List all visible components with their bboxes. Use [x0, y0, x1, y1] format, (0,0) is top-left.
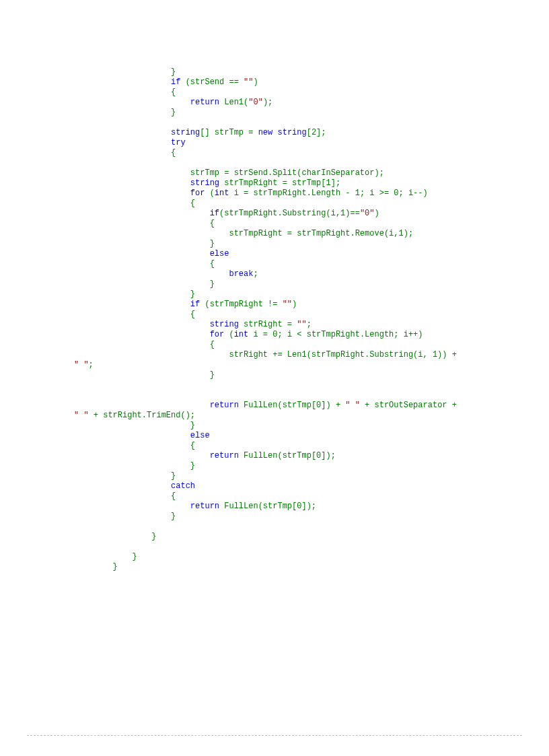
- code-token: {: [171, 148, 176, 158]
- code-line: for (int i = 0; i < strTmpRight.Length; …: [74, 330, 549, 340]
- code-line: return FullLen(strTmp[0]);: [74, 502, 549, 512]
- code-line: }: [74, 279, 549, 289]
- code-line: }: [74, 370, 549, 380]
- code-token: "0": [248, 98, 263, 107]
- code-line: [74, 380, 549, 390]
- code-page: } if (strSend == "") { return Len1("0");…: [0, 0, 549, 572]
- code-token: string: [277, 128, 306, 137]
- code-line: [74, 158, 549, 168]
- code-token: FullLen(strTmp[0]) +: [239, 401, 345, 410]
- code-line: }: [74, 67, 549, 77]
- code-line: [74, 118, 549, 128]
- code-token: return: [210, 401, 239, 410]
- code-token: }: [171, 108, 176, 117]
- code-token: ;: [307, 320, 312, 329]
- code-token: return: [190, 98, 219, 107]
- code-token: strTmpRight = strTmp[1];: [219, 178, 340, 188]
- code-line: }: [74, 421, 549, 431]
- code-line: {: [74, 441, 549, 451]
- code-token: "": [297, 320, 306, 329]
- code-token: if: [210, 209, 219, 218]
- code-line: {: [74, 219, 549, 229]
- code-line: try: [74, 138, 549, 148]
- code-token: " ": [345, 401, 360, 410]
- code-token: {: [210, 340, 215, 349]
- code-token: }: [151, 532, 156, 541]
- code-token: strRight =: [239, 320, 297, 329]
- code-line: strRight += Len1(strTmpRight.Substring(i…: [74, 350, 549, 360]
- code-line: [74, 542, 549, 552]
- code-token: ): [375, 209, 379, 218]
- code-line: for (int i = strTmpRight.Length - 1; i >…: [74, 188, 549, 199]
- code-token: if: [190, 300, 200, 309]
- code-token: }: [210, 370, 215, 380]
- code-token: ;: [253, 269, 258, 279]
- code-line: string strRight = "";: [74, 320, 549, 330]
- code-token: catch: [171, 481, 195, 491]
- code-token: return: [190, 502, 219, 511]
- code-line: {: [74, 88, 549, 98]
- code-token: {: [190, 199, 195, 208]
- code-token: for: [190, 188, 205, 198]
- code-token: }: [210, 279, 215, 289]
- code-token: }: [210, 239, 215, 248]
- code-line: else: [74, 431, 549, 441]
- code-token: string: [171, 128, 200, 137]
- code-token: "": [283, 300, 292, 309]
- code-token: ): [292, 300, 297, 309]
- code-token: {: [171, 491, 176, 501]
- code-token: FullLen(strTmp[0]);: [219, 502, 316, 511]
- code-line: if(strTmpRight.Substring(i,1)=="0"): [74, 209, 549, 219]
- code-line: {: [74, 148, 549, 158]
- code-line: {: [74, 259, 549, 269]
- code-line: if (strTmpRight != ""): [74, 300, 549, 310]
- code-line: {: [74, 340, 549, 350]
- code-line: }: [74, 532, 549, 542]
- page-footer-rule: [27, 735, 522, 736]
- code-line: return FullLen(strTmp[0]) + " " + strOut…: [74, 401, 549, 411]
- code-line: }: [74, 239, 549, 249]
- code-token: strTmpRight = strTmpRight.Remove(i,1);: [229, 229, 413, 238]
- code-token: }: [132, 552, 137, 561]
- code-line: }: [74, 471, 549, 481]
- code-token: (strTmpRight.Substring(i,1)==: [219, 209, 360, 218]
- code-token: {: [171, 88, 176, 97]
- code-line: }: [74, 108, 549, 118]
- code-token: }: [171, 512, 176, 521]
- code-token: }: [171, 471, 176, 481]
- code-token: int: [234, 330, 249, 339]
- code-token: + strRight.TrimEnd();: [89, 411, 195, 420]
- code-token: }: [190, 289, 195, 299]
- code-token: else: [190, 431, 210, 440]
- code-line: [74, 390, 549, 401]
- code-token: }: [171, 67, 176, 77]
- code-token: string: [210, 320, 239, 329]
- code-token: i = 0; i < strTmpRight.Length; i++): [248, 330, 423, 339]
- code-token: ;: [89, 360, 94, 370]
- code-line: if (strSend == ""): [74, 77, 549, 88]
- code-line: " " + strRight.TrimEnd();: [74, 411, 549, 421]
- code-token: );: [263, 98, 272, 107]
- code-token: [2];: [307, 128, 326, 137]
- code-token: ): [253, 77, 258, 87]
- code-token: [] strTmp =: [200, 128, 258, 137]
- code-token: strRight += Len1(strTmpRight.Substring(i…: [229, 350, 462, 359]
- code-token: {: [190, 310, 195, 319]
- code-line: else: [74, 249, 549, 259]
- code-line: }: [74, 512, 549, 522]
- code-token: try: [171, 138, 186, 147]
- code-token: return: [210, 451, 239, 460]
- code-line: string[] strTmp = new string[2];: [74, 128, 549, 138]
- code-token: strTmp = strSend.Split(charInSeparator);: [190, 168, 384, 178]
- code-line: string strTmpRight = strTmp[1];: [74, 178, 549, 188]
- code-token: (: [205, 188, 214, 198]
- code-line: strTmp = strSend.Split(charInSeparator);: [74, 168, 549, 178]
- code-line: [74, 522, 549, 532]
- code-token: " ": [74, 411, 89, 420]
- code-line: }: [74, 289, 549, 300]
- code-token: + strOutSeparator +: [360, 401, 462, 410]
- code-token: for: [210, 330, 225, 339]
- code-line: " ";: [74, 360, 549, 370]
- code-line: return Len1("0");: [74, 98, 549, 108]
- code-token: }: [113, 562, 118, 572]
